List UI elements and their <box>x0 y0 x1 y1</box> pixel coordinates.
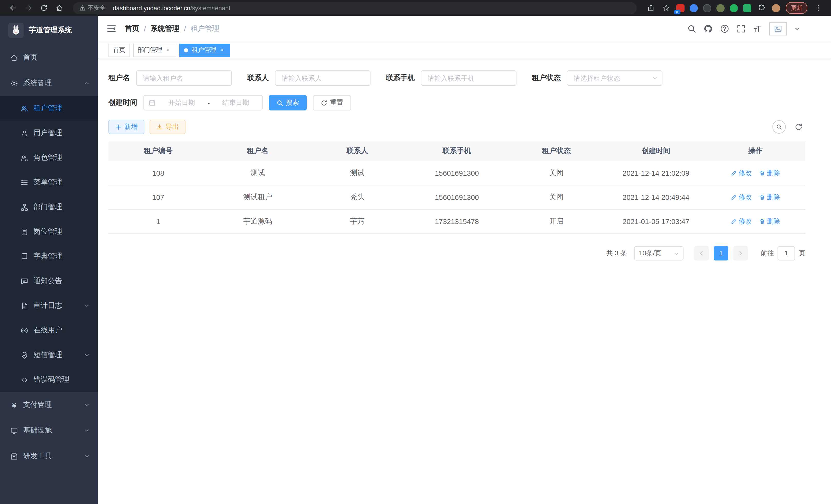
sidebar-item-label: 角色管理 <box>33 153 62 162</box>
fullscreen-icon[interactable] <box>737 24 746 33</box>
profile-avatar[interactable] <box>772 4 780 12</box>
refresh-table-button[interactable] <box>792 120 805 134</box>
pagination: 共 3 条 10条/页 1 前往 页 <box>109 246 805 260</box>
table-row: 107 测试租户 秃头 15601691300 关闭 2021-12-14 20… <box>109 185 805 209</box>
page-number-button[interactable]: 1 <box>714 246 728 260</box>
forward-icon[interactable] <box>22 2 34 14</box>
delete-button[interactable]: 删除 <box>759 192 780 202</box>
delete-label: 删除 <box>767 216 780 226</box>
tab-dept[interactable]: 部门管理 × <box>133 43 176 57</box>
add-button[interactable]: 新增 <box>109 120 144 134</box>
share-icon[interactable] <box>644 2 657 14</box>
sidebar-item-notice[interactable]: 通知公告 <box>0 269 98 293</box>
bookmark-star-icon[interactable] <box>660 2 672 14</box>
kebab-menu-icon[interactable] <box>812 2 824 14</box>
tree-icon <box>21 203 28 211</box>
column-header: 创建时间 <box>606 141 706 161</box>
extension-olive-icon[interactable] <box>716 4 725 12</box>
status-label: 租户状态 <box>532 73 561 83</box>
phone-input[interactable] <box>421 70 516 86</box>
tags-view-bar: 首页 部门管理 × 租户管理 × <box>98 41 831 59</box>
extensions-puzzle-icon[interactable] <box>755 2 768 14</box>
search-button[interactable]: 搜索 <box>269 95 307 111</box>
status-select[interactable] <box>567 70 662 86</box>
tenant-name-input[interactable] <box>136 70 232 86</box>
create-time-label: 创建时间 <box>109 98 137 108</box>
tab-tenant[interactable]: 租户管理 × <box>179 43 230 57</box>
home-icon[interactable] <box>53 2 65 14</box>
sidebar-item-payment[interactable]: ¥ 支付管理 <box>0 392 98 418</box>
extension-green-square-icon[interactable] <box>743 4 751 12</box>
filter-phone: 联系手机 <box>386 70 516 86</box>
extension-blue-icon[interactable] <box>690 4 698 12</box>
address-bar[interactable]: 不安全 dashboard.yudao.iocoder.cn/system/te… <box>73 2 637 14</box>
app-frame: 芋道管理系统 首页 系统管理 租户管理 <box>0 16 831 504</box>
delete-button[interactable]: 删除 <box>759 216 780 226</box>
tab-label: 首页 <box>113 46 125 55</box>
sidebar-item-audit-log[interactable]: 审计日志 <box>0 293 98 318</box>
sidebar-item-role[interactable]: 角色管理 <box>0 145 98 170</box>
close-icon[interactable]: × <box>219 47 226 53</box>
sidebar-item-error-code[interactable]: 错误码管理 <box>0 367 98 392</box>
sidebar-toggle-icon[interactable] <box>106 24 117 34</box>
plus-icon <box>115 124 122 130</box>
help-icon[interactable] <box>720 24 729 33</box>
sidebar-logo[interactable]: 芋道管理系统 <box>0 16 98 45</box>
cell-contact: 测试 <box>308 161 407 185</box>
browser-update-button[interactable]: 更新 <box>786 2 807 14</box>
sidebar-item-dept[interactable]: 部门管理 <box>0 195 98 219</box>
edit-label: 修改 <box>739 168 752 178</box>
cell-phone: 17321315478 <box>407 209 507 233</box>
avatar[interactable] <box>769 22 787 35</box>
sidebar-item-dict[interactable]: 字典管理 <box>0 244 98 269</box>
extension-dark-icon[interactable] <box>703 4 711 12</box>
sidebar-item-online-users[interactable]: 在线用户 <box>0 318 98 343</box>
sidebar-item-post[interactable]: 岗位管理 <box>0 219 98 244</box>
reset-button[interactable]: 重置 <box>313 95 351 111</box>
refresh-icon[interactable] <box>37 2 50 14</box>
prev-page-button[interactable] <box>694 246 709 260</box>
search-icon[interactable] <box>687 24 696 33</box>
date-range-picker[interactable]: 开始日期 - 结束日期 <box>143 95 263 111</box>
close-icon[interactable]: × <box>165 47 172 53</box>
caret-down-icon[interactable] <box>794 26 800 32</box>
sidebar-item-label: 基础设施 <box>23 426 52 435</box>
extension-badge: 10 <box>674 9 681 14</box>
edit-button[interactable]: 修改 <box>731 216 752 226</box>
toggle-search-button[interactable] <box>772 120 786 134</box>
tree-table-icon <box>21 179 28 186</box>
tab-home[interactable]: 首页 <box>109 43 130 57</box>
sidebar-item-user[interactable]: 用户管理 <box>0 121 98 145</box>
github-icon[interactable] <box>704 24 713 33</box>
sidebar-item-system[interactable]: 系统管理 <box>0 70 98 96</box>
breadcrumb-home[interactable]: 首页 <box>125 24 139 33</box>
export-button[interactable]: 导出 <box>149 120 185 134</box>
breadcrumb-system[interactable]: 系统管理 <box>150 24 179 33</box>
page-size-select[interactable]: 10条/页 <box>634 246 684 260</box>
contact-input[interactable] <box>275 70 371 86</box>
back-icon[interactable] <box>7 2 19 14</box>
extension-green-circle-icon[interactable] <box>730 4 738 12</box>
sidebar-item-sms[interactable]: 短信管理 <box>0 343 98 367</box>
font-size-icon[interactable] <box>753 24 762 33</box>
delete-button[interactable]: 删除 <box>759 168 780 178</box>
trash-icon <box>759 194 765 200</box>
online-icon <box>21 326 28 334</box>
security-warning[interactable]: 不安全 <box>79 4 106 12</box>
edit-button[interactable]: 修改 <box>731 192 752 202</box>
edit-button[interactable]: 修改 <box>731 168 752 178</box>
edit-icon <box>731 194 737 200</box>
filter-status: 租户状态 <box>532 70 662 86</box>
sidebar-item-dev-tools[interactable]: 研发工具 <box>0 443 98 469</box>
cell-tenant-id: 108 <box>109 161 208 185</box>
sidebar-item-tenant[interactable]: 租户管理 <box>0 96 98 121</box>
filter-row-1: 租户名 联系人 联系手机 租户状态 <box>109 70 805 86</box>
extension-red-icon[interactable]: 10 <box>676 4 685 12</box>
sidebar-item-infra[interactable]: 基础设施 <box>0 418 98 443</box>
status-select-input[interactable] <box>567 70 662 86</box>
goto-page-input[interactable] <box>778 246 795 260</box>
next-page-button[interactable] <box>733 246 748 260</box>
sidebar-item-menu[interactable]: 菜单管理 <box>0 170 98 195</box>
sidebar-item-home[interactable]: 首页 <box>0 45 98 70</box>
chevron-down-icon <box>84 402 90 408</box>
